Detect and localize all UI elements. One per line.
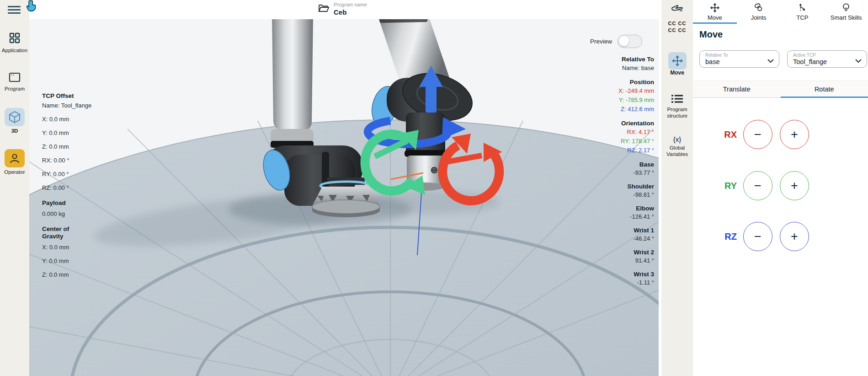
tab-label: Move (708, 14, 722, 21)
center-of-gravity-title: Center of Gravity (42, 226, 80, 240)
move-arrows-icon (668, 52, 687, 70)
hand-guide-icon (671, 4, 684, 15)
program-name-label: Program name (334, 2, 367, 8)
rx-minus-button[interactable]: − (743, 120, 772, 149)
tab-label: Rotate (815, 86, 834, 93)
sidebar-item-application[interactable]: Application (0, 32, 29, 53)
move-arrows-icon (710, 3, 720, 13)
sidebar-item-program[interactable]: Program (0, 72, 29, 91)
tab-tcp[interactable]: TCP (781, 0, 825, 24)
tcp-offset-panel: TCP Offset Name: Tool_flange X: 0.0 mm Y… (42, 92, 106, 285)
payload-value: 0.000 kg (42, 210, 106, 217)
joint-name: Elbow (549, 205, 654, 212)
payload-title: Payload (42, 199, 106, 206)
active-tcp-dropdown[interactable]: Active TCP Tool_flange (787, 50, 867, 68)
tab-label: Translate (723, 86, 751, 93)
axis-label-rz: RZ (693, 231, 743, 242)
rail-item-global-variables[interactable]: {x} Global Variables (661, 135, 693, 158)
joint-value: -1.11 ° (549, 279, 654, 286)
tcp-offset-rz: RZ: 0.00 ° (42, 184, 106, 191)
rail-global-variables-label: Global Variables (661, 143, 693, 158)
cog-x: X: 0.0 mm (42, 244, 106, 251)
tab-rotate[interactable]: Rotate (781, 81, 868, 97)
rotate-row-rz: RZ − + (693, 222, 868, 251)
tool-rail: CC CC CC CC Move Program structure {x} G… (661, 0, 693, 376)
safety-checksum[interactable]: CC CC CC CC (661, 20, 693, 34)
joint-row: Wrist 3-1.11 ° (549, 271, 654, 286)
rz-minus-button[interactable]: − (743, 222, 772, 251)
relative-to-dropdown[interactable]: Relative To base (699, 50, 779, 68)
tab-label: Joints (751, 14, 767, 21)
sidebar-item-operator[interactable]: Operator (0, 149, 29, 175)
global-variables-icon: {x} (661, 135, 693, 143)
top-header: Program name Ceb (29, 0, 659, 20)
joint-value: -98.81 ° (549, 191, 654, 198)
tcp-offset-ry: RY: 0.00 ° (42, 171, 106, 177)
joint-name: Wrist 3 (549, 271, 654, 278)
ry-minus-button[interactable]: − (743, 171, 772, 200)
joint-name: Shoulder (549, 183, 654, 190)
tcp-offset-x: X: 0.0 mm (42, 116, 106, 123)
tab-label: Smart Skills (831, 14, 862, 21)
pose-info-panel: Relative To Name: base Position X: -249.… (549, 56, 654, 293)
tab-joints[interactable]: Joints (737, 0, 781, 24)
tcp-offset-rx: RX: 0.00 ° (42, 157, 106, 164)
sidebar-item-label: Program (0, 86, 29, 91)
relative-to-dropdown-label: Relative To (705, 53, 728, 58)
orientation-rx: RX: 4.17 ° (549, 129, 654, 135)
joint-row: Base-93.77 ° (549, 161, 654, 176)
program-name-block[interactable]: Program name Ceb (318, 2, 367, 17)
folder-open-icon (318, 4, 329, 15)
hand-guide-button[interactable] (661, 4, 693, 16)
joints-icon (754, 3, 764, 13)
chevron-down-icon (855, 57, 862, 65)
position-title: Position (549, 79, 654, 86)
tab-smart-skills[interactable]: Smart Skills (824, 0, 868, 24)
rail-item-program-structure[interactable]: Program structure (661, 94, 693, 119)
tab-label: TCP (796, 14, 808, 21)
joint-value: -46.24 ° (549, 235, 654, 242)
joint-name: Wrist 1 (549, 227, 654, 234)
relative-to-name: Name: base (549, 64, 654, 71)
rotate-row-ry: RY − + (693, 171, 868, 200)
main-menu-button[interactable] (8, 4, 21, 14)
rx-plus-button[interactable]: + (780, 120, 809, 149)
active-tcp-dropdown-value: Tool_flange (793, 58, 827, 65)
mouse-cursor-hand (25, 0, 37, 15)
preview-toggle[interactable] (618, 35, 642, 48)
orientation-ry: RY: 178.47 ° (549, 138, 654, 145)
tab-move[interactable]: Move (693, 0, 737, 24)
sidebar-item-label: Application (0, 48, 29, 53)
joint-row: Wrist 291.41 ° (549, 249, 654, 264)
rail-item-move[interactable]: Move (661, 52, 693, 76)
program-window-icon (9, 72, 21, 82)
toggle-knob (619, 36, 629, 46)
sidebar-item-label: Operator (0, 169, 29, 175)
move-panel: Move Joints TCP Smart Skills (693, 0, 868, 376)
left-sidebar: Application Program 3D Operator (0, 0, 29, 376)
rz-plus-button[interactable]: + (780, 222, 809, 251)
checksum-line-1: CC CC (661, 20, 693, 27)
3d-viewport[interactable]: TCP Offset Name: Tool_flange X: 0.0 mm Y… (29, 19, 659, 376)
program-name-value: Ceb (334, 8, 367, 17)
cog-y: Y: 0.0 mm (42, 258, 106, 264)
tcp-offset-name: Name: Tool_flange (42, 102, 106, 109)
sidebar-item-3d[interactable]: 3D (0, 108, 29, 134)
ry-plus-button[interactable]: + (780, 171, 809, 200)
axis-label-rx: RX (693, 129, 743, 140)
tab-translate[interactable]: Translate (693, 81, 781, 97)
panel-tab-bar: Move Joints TCP Smart Skills (693, 0, 868, 24)
joint-row: Shoulder-98.81 ° (549, 183, 654, 198)
chevron-down-icon (767, 57, 774, 65)
program-structure-icon (671, 94, 684, 104)
tcp-offset-title: TCP Offset (42, 92, 106, 99)
joint-row: Elbow-126.41 ° (549, 205, 654, 220)
joint-name: Base (549, 161, 654, 168)
relative-to-dropdown-value: base (705, 58, 719, 65)
tcp-icon (797, 3, 807, 13)
application-grid-icon (9, 32, 21, 44)
joint-value: 91.41 ° (549, 257, 654, 264)
cube-3d-icon (5, 108, 25, 126)
position-x: X: -249.4 mm (549, 87, 654, 94)
mode-tab-bar: Translate Rotate (693, 81, 868, 98)
